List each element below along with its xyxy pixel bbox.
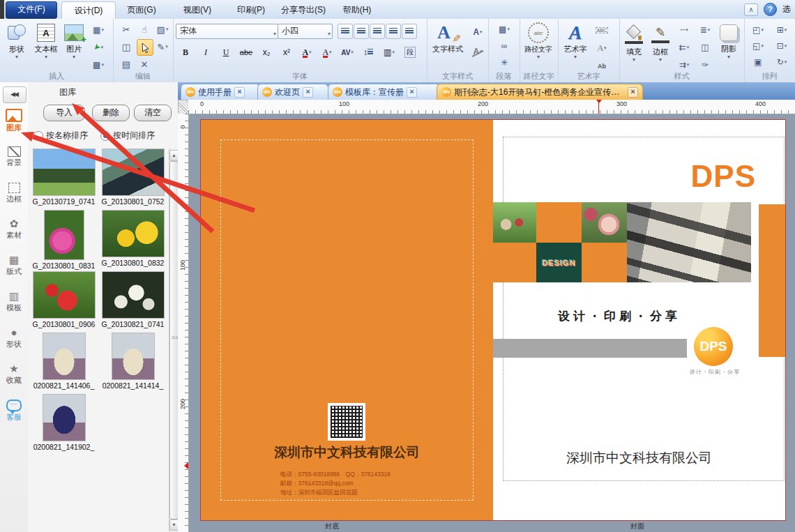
paste-button[interactable]: ▤ [119,56,134,72]
align-right-button[interactable] [370,24,385,39]
send-backward-button[interactable]: ◱▾ [747,38,769,54]
columns-button[interactable]: ▥▾ [379,44,399,61]
orange-tile[interactable] [536,202,582,243]
node-edit-button[interactable]: ✎▾ [155,39,170,54]
insert-arrow-button[interactable]: ➤▾ [89,40,107,55]
close-icon[interactable]: × [303,87,313,98]
close-icon[interactable]: × [234,87,245,98]
bold-button[interactable]: B [176,44,195,61]
line-spacing-button[interactable]: ↕ [358,44,378,61]
underline-button[interactable]: U [216,44,236,61]
font-size-select[interactable]: 小四▾ [278,24,333,39]
sidebar-item-material[interactable]: ✿ 素材 [0,213,28,245]
sort-by-time-radio[interactable]: 按时间排序 [100,130,155,142]
subscript-button[interactable]: x₂ [257,44,276,61]
dps-logo-badge[interactable]: DPS [694,327,733,366]
cover-photo-girl[interactable] [582,202,627,243]
border-button[interactable]: ✎ 边框 ▾ [647,21,674,71]
menu-tab-design[interactable]: 设计(D) [61,1,116,20]
rotate-button[interactable]: ↻▾ [771,54,793,70]
pan-button[interactable]: ☝ [137,22,152,37]
doc-tab-active-document[interactable]: DPS 期刊杂志-大16开骑马钉-橙色商务企业宣传册200828-1207.dp… [437,84,643,100]
font-family-select[interactable]: 宋体▾ [176,24,278,39]
orange-tile[interactable] [493,243,536,282]
library-thumbnail[interactable]: G_20130719_0741 [29,149,98,210]
sidebar-item-support[interactable]: ⋯ 客服 [0,395,28,427]
insert-shape-button[interactable]: 形状 ▾ [1,21,32,71]
thumbnail-image[interactable] [43,394,86,441]
insert-picture-button[interactable]: + 图片 ▾ [60,21,88,71]
copy-style-button[interactable]: ◫ [696,40,714,55]
clear-button[interactable]: 清空 [134,105,172,121]
line-start-button[interactable]: ⇇▾ [675,40,693,55]
group-button[interactable]: ⊡▾ [771,38,793,54]
back-cover-page[interactable]: 深圳市中文科技有限公司 电话：0755-83018986 QQ：37614331… [201,120,493,520]
front-cover-page[interactable]: DPS DESIGN 设计・印刷・分享 DPS 设计・印刷・分享 深圳市中文科技… [493,120,785,520]
sidebar-item-border[interactable]: 边框 [0,177,28,209]
cut-button[interactable]: ✂ [119,22,134,37]
sidebar-item-favorites[interactable]: ★ 收藏 [0,358,28,390]
shadow-button[interactable]: 阴影 ▾ [716,21,742,71]
bring-forward-button[interactable]: ◰▾ [747,22,769,38]
format-brush-button[interactable]: ✑ [696,57,714,73]
align-objects-button[interactable]: ⊞▾ [771,22,793,38]
sort-by-name-radio[interactable]: 按名称排序 [33,130,88,142]
library-thumbnail[interactable]: 0200821_141414_ [98,333,167,394]
copy-button[interactable]: ◫ [119,39,134,54]
panel-scrollbar[interactable]: ▲ ≡≡ ▼ [169,149,178,532]
delete-button[interactable]: 删除 [92,105,130,121]
line-weight-button[interactable]: ≣▾ [696,22,714,38]
help-icon[interactable]: ? [764,3,777,16]
sidebar-item-layout[interactable]: ▦ 版式 [0,250,28,282]
options-label[interactable]: 选 [782,3,791,15]
doc-tab-manual[interactable]: DPS 使用手册 × [181,84,260,100]
company-name-text[interactable]: 深圳市中文科技有限公司 [493,449,785,467]
tagline-text[interactable]: 设计・印刷・分享 [493,308,745,324]
char-spacing-button[interactable]: AV▾ [338,44,357,61]
thumbnail-image[interactable] [44,210,84,260]
panel-collapse-button[interactable]: ◀◀ [3,86,26,103]
insert-textbox-button[interactable]: A 文本框 ▾ [31,21,61,71]
library-thumbnail[interactable]: G_20130821_0741 [98,271,167,333]
line-end-button[interactable]: ⇉▾ [675,57,693,73]
paragraph-settings-button[interactable]: 段 [400,44,420,61]
art-text-button[interactable]: A 艺术字 ▾ [559,21,591,71]
fill-button[interactable]: 填充 ▾ [621,21,647,71]
align-left-button[interactable] [338,24,353,39]
orange-tile[interactable] [582,243,627,282]
align-distribute-button[interactable] [402,24,417,39]
menu-tab-page[interactable]: 页面(G) [120,1,163,19]
sidebar-item-template[interactable]: ▥ 模板 [0,286,28,318]
text-style-small-a-button[interactable]: A▾ [469,24,487,40]
close-icon[interactable]: × [628,87,638,98]
thumbnail-image[interactable] [112,333,155,380]
library-thumbnail[interactable]: G_20130801_0752 [98,149,167,210]
text-effect-button[interactable]: ✳ [495,55,513,70]
thumbnail-image[interactable] [33,149,96,196]
menu-tab-view[interactable]: 视图(V) [176,1,219,19]
image-edit-button[interactable]: ▨▾ [155,22,170,37]
doc-tab-welcome[interactable]: DPS 欢迎页 × [257,84,328,100]
art-text-abc-button[interactable]: ABC [593,22,611,38]
thumbnail-image[interactable] [102,271,165,319]
gray-bar[interactable] [493,339,687,358]
library-thumbnail[interactable]: G_20130801_0832 [98,210,167,271]
collapse-ribbon-icon[interactable]: ∧ [744,3,758,16]
close-icon[interactable]: × [407,87,417,98]
menu-tab-help[interactable]: 帮助(H) [338,1,377,19]
insert-table-button[interactable]: ▦▾ [89,22,107,38]
orange-side-bar[interactable] [759,204,785,357]
select-tool-button[interactable] [137,39,153,56]
company-name-text[interactable]: 深圳市中文科技有限公司 [201,443,493,462]
thumbnail-image[interactable] [33,271,96,319]
align-justify-button[interactable] [386,24,401,39]
superscript-button[interactable]: x² [277,44,296,61]
thumbnail-image[interactable] [43,333,86,380]
sidebar-item-shape[interactable]: ● 形状 [0,322,28,354]
import-button[interactable]: 导入 [43,105,85,121]
link-textboxes-button[interactable]: ∞ [495,38,513,54]
align-center-button[interactable] [354,24,369,39]
library-thumbnail[interactable]: G_20130801_0831 [29,210,98,271]
font-color-button[interactable]: A▾ [297,44,317,61]
text-wrap-button[interactable]: ▩▾ [495,22,513,37]
